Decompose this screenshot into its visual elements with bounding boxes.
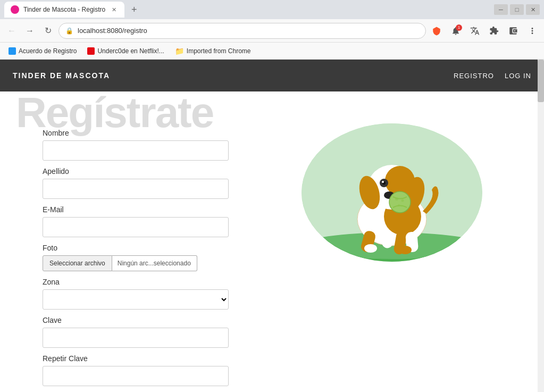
bookmark-acuerdo[interactable]: Acuerdo de Registro — [4, 45, 81, 57]
window-controls: ─ □ ✕ — [494, 4, 540, 15]
app-nav: REGISTRO LOG IN — [454, 72, 531, 80]
brave-icon-button[interactable] — [429, 23, 444, 38]
translate-icon-button[interactable] — [467, 23, 482, 38]
file-input-wrapper: Seleccionar archivo Ningún arc...selecci… — [43, 255, 234, 271]
app-title: TINDER DE MASCOTA — [13, 71, 110, 80]
file-select-button[interactable]: Seleccionar archivo — [43, 255, 112, 271]
tab-title: Tinder de Mascota - Registro — [23, 6, 105, 13]
bookmark-imported-label: Imported from Chrome — [187, 47, 251, 55]
browser-icons: 1 — [429, 23, 540, 38]
repetir-clave-label: Repetir Clave — [43, 354, 234, 363]
folder-icon: 📁 — [175, 47, 184, 55]
bookmark-underc-label: Underc0de en Netflix!... — [97, 47, 164, 55]
new-tab-button[interactable]: + — [127, 2, 141, 17]
dog-image-section — [255, 102, 528, 392]
notification-icon-button[interactable]: 1 — [448, 23, 463, 38]
clave-label: Clave — [43, 316, 234, 324]
extensions-icon-button[interactable] — [487, 23, 501, 38]
maximize-button[interactable]: □ — [510, 4, 524, 15]
svg-point-11 — [382, 181, 384, 183]
main-area: Nombre Apellido E-Mail Foto Se — [0, 91, 544, 392]
foto-label: Foto — [43, 244, 234, 252]
repetir-clave-group: Repetir Clave — [43, 354, 234, 386]
nombre-input[interactable] — [43, 140, 229, 161]
bookmark-underc[interactable]: Underc0de en Netflix!... — [83, 45, 168, 57]
nav-login-link[interactable]: LOG IN — [505, 72, 531, 80]
zona-select[interactable]: Norte Sur Este Oeste Centro — [43, 289, 229, 310]
nav-bar: ← → ↻ 🔒 localhost:8080/registro 1 — [0, 19, 544, 43]
close-button[interactable]: ✕ — [526, 4, 540, 15]
bookmark-acuerdo-favicon — [9, 47, 16, 55]
reload-button[interactable]: ↻ — [40, 23, 55, 38]
email-label: E-Mail — [43, 205, 234, 214]
forward-button[interactable]: → — [22, 23, 37, 38]
svg-point-17 — [398, 204, 400, 206]
zona-group: Zona Norte Sur Este Oeste Centro — [43, 278, 234, 310]
zona-label: Zona — [43, 278, 234, 286]
bookmark-imported[interactable]: 📁 Imported from Chrome — [171, 45, 255, 57]
svg-point-23 — [399, 246, 412, 254]
bookmark-acuerdo-label: Acuerdo de Registro — [19, 47, 77, 55]
app-header: TINDER DE MASCOTA REGISTRO LOG IN — [0, 60, 544, 91]
active-tab[interactable]: Tinder de Mascota - Registro ✕ — [4, 2, 124, 18]
apellido-group: Apellido — [43, 167, 234, 199]
email-group: E-Mail — [43, 205, 234, 237]
page-content: TINDER DE MASCOTA REGISTRO LOG IN Regíst… — [0, 60, 544, 392]
address-bar[interactable]: 🔒 localhost:8080/registro — [58, 23, 426, 39]
tab-close-button[interactable]: ✕ — [110, 5, 118, 14]
dog-image-oval — [302, 123, 482, 262]
clave-input[interactable] — [43, 328, 229, 348]
menu-icon-button[interactable] — [525, 23, 540, 38]
bookmark-underc-favicon — [87, 47, 95, 55]
svg-point-16 — [401, 199, 404, 202]
wallet-icon-button[interactable] — [506, 23, 521, 38]
lock-icon: 🔒 — [65, 27, 73, 35]
svg-point-22 — [364, 244, 377, 253]
url-text: localhost:8080/registro — [78, 27, 147, 35]
apellido-input[interactable] — [43, 179, 229, 199]
registration-form: Nombre Apellido E-Mail Foto Se — [43, 129, 234, 392]
notification-badge: 1 — [456, 24, 462, 31]
foto-group: Foto Seleccionar archivo Ningún arc...se… — [43, 244, 234, 271]
minimize-button[interactable]: ─ — [494, 4, 508, 15]
repetir-clave-input[interactable] — [43, 366, 229, 386]
nav-registro-link[interactable]: REGISTRO — [454, 72, 494, 80]
title-bar: Tinder de Mascota - Registro ✕ + ─ □ ✕ — [0, 0, 544, 19]
bookmarks-bar: Acuerdo de Registro Underc0de en Netflix… — [0, 43, 544, 60]
dog-illustration — [302, 123, 482, 262]
back-button[interactable]: ← — [4, 23, 19, 38]
svg-point-15 — [395, 197, 398, 201]
email-input[interactable] — [43, 217, 229, 237]
clave-group: Clave — [43, 316, 234, 348]
nombre-label: Nombre — [43, 129, 234, 137]
file-name-display: Ningún arc...seleccionado — [112, 255, 197, 271]
tab-favicon — [11, 5, 19, 14]
nombre-group: Nombre — [43, 129, 234, 161]
apellido-label: Apellido — [43, 167, 234, 176]
